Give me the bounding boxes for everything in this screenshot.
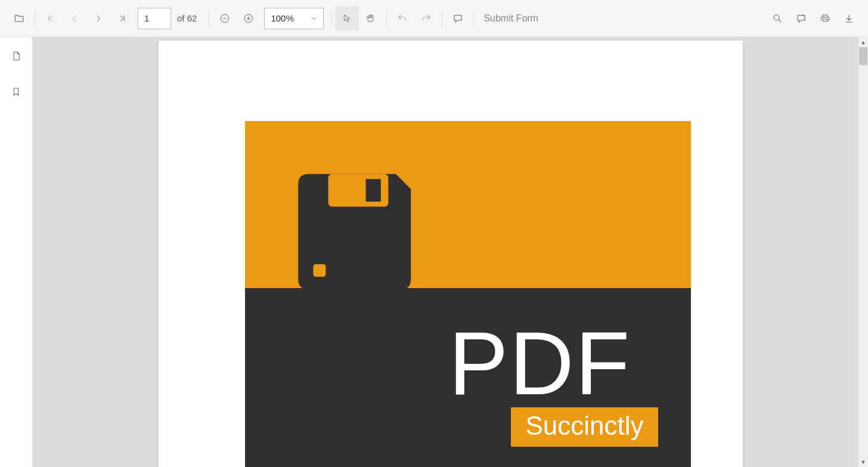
scroll-down-button[interactable]: ▼ xyxy=(858,457,869,467)
folder-icon xyxy=(14,13,24,24)
page-number-input[interactable] xyxy=(138,8,171,29)
print-button[interactable] xyxy=(813,7,837,30)
thumbnails-button[interactable] xyxy=(4,44,28,68)
submit-form-button[interactable]: Submit Form xyxy=(483,13,538,24)
cover-title: PDF xyxy=(449,312,631,415)
plus-circle-icon xyxy=(243,13,254,24)
print-icon xyxy=(820,13,830,24)
hand-icon xyxy=(365,13,376,24)
cover-bottom-band: PDF Succinctly xyxy=(245,288,691,467)
first-page-button[interactable] xyxy=(39,7,63,30)
scroll-track[interactable] xyxy=(858,47,868,457)
open-file-button[interactable] xyxy=(7,7,31,30)
next-page-button[interactable] xyxy=(86,7,110,30)
main-area: PDF Succinctly ▲ ▼ xyxy=(0,37,868,467)
separator xyxy=(209,10,209,27)
cursor-icon xyxy=(342,14,352,23)
annotation-button[interactable] xyxy=(789,7,813,30)
download-button[interactable] xyxy=(837,7,861,30)
svg-rect-5 xyxy=(313,264,326,277)
last-page-icon xyxy=(117,14,127,23)
search-icon xyxy=(772,13,783,24)
chevron-right-icon xyxy=(94,14,103,23)
cover-subtitle: Succinctly xyxy=(511,407,658,447)
zoom-value-label: 100% xyxy=(271,13,293,23)
search-button[interactable] xyxy=(765,7,789,30)
minus-circle-icon xyxy=(219,13,230,24)
comment-button[interactable] xyxy=(446,7,470,30)
svg-rect-4 xyxy=(365,179,380,202)
last-page-button[interactable] xyxy=(110,7,134,30)
bookmarks-button[interactable] xyxy=(4,80,28,104)
redo-button[interactable] xyxy=(414,7,438,30)
chevron-left-icon xyxy=(70,14,79,23)
document-viewer[interactable]: PDF Succinctly ▲ ▼ xyxy=(33,37,868,467)
bookmark-icon xyxy=(11,86,21,97)
vertical-scrollbar[interactable]: ▲ ▼ xyxy=(858,37,868,467)
scroll-up-button[interactable]: ▲ xyxy=(858,37,869,47)
undo-button[interactable] xyxy=(390,7,414,30)
toolbar: of 62 100% Submit Form xyxy=(0,0,868,37)
separator xyxy=(35,10,35,27)
scroll-thumb[interactable] xyxy=(859,47,867,65)
zoom-dropdown[interactable]: 100% xyxy=(264,8,324,29)
chevron-down-icon xyxy=(310,14,318,23)
page-total-label: of 62 xyxy=(177,13,197,23)
pan-tool-button[interactable] xyxy=(359,7,383,30)
cover-top-band xyxy=(245,121,691,288)
separator xyxy=(386,10,387,27)
prev-page-button[interactable] xyxy=(63,7,86,30)
comment-icon xyxy=(452,13,463,24)
undo-icon xyxy=(397,13,408,24)
page-icon xyxy=(11,51,21,61)
zoom-out-button[interactable] xyxy=(213,7,237,30)
svg-point-2 xyxy=(774,15,779,20)
cover-graphic: PDF Succinctly xyxy=(245,121,691,467)
annotation-icon xyxy=(796,13,807,24)
separator xyxy=(442,10,442,27)
sidebar xyxy=(0,37,33,467)
pdf-page: PDF Succinctly xyxy=(159,41,743,467)
floppy-disk-icon xyxy=(296,164,421,289)
separator xyxy=(331,10,331,27)
separator xyxy=(473,10,474,27)
first-page-icon xyxy=(46,14,55,23)
select-tool-button[interactable] xyxy=(335,7,359,30)
download-icon xyxy=(844,13,854,24)
zoom-in-button[interactable] xyxy=(237,7,261,30)
redo-icon xyxy=(421,13,432,24)
